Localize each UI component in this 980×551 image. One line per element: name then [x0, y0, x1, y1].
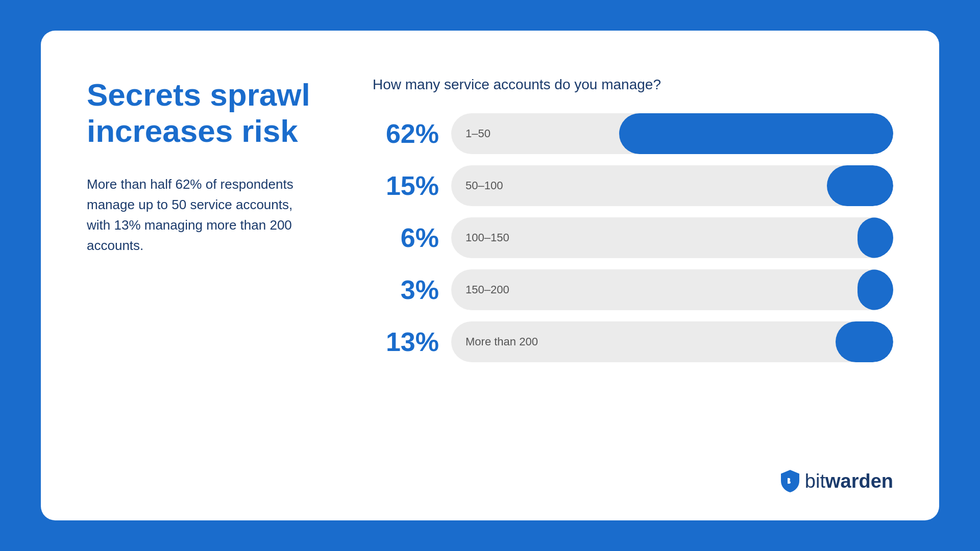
bar-label-2: 50–100 [465, 179, 503, 192]
bar-fill-4 [857, 269, 893, 310]
bar-container-2: 50–100 [451, 165, 893, 206]
bar-label-3: 100–150 [465, 231, 509, 244]
bar-container-3: 100–150 [451, 217, 893, 258]
bar-label-1: 1–50 [465, 127, 491, 140]
pct-label-3: 6% [373, 222, 439, 253]
bar-label-5: More than 200 [465, 335, 538, 348]
bitwarden-logo: bitwarden [780, 470, 893, 492]
pct-label-4: 3% [373, 274, 439, 305]
main-title: Secrets sprawl increases risk [87, 77, 332, 149]
main-card: Secrets sprawl increases risk More than … [41, 31, 939, 520]
description-text: More than half 62% of respondents manage… [87, 174, 301, 256]
chart-row-4: 3% 150–200 [373, 269, 893, 310]
right-panel: How many service accounts do you manage?… [332, 71, 893, 480]
bar-fill-5 [836, 321, 893, 362]
left-panel: Secrets sprawl increases risk More than … [87, 71, 332, 480]
pct-label-1: 62% [373, 118, 439, 149]
pct-label-5: 13% [373, 327, 439, 357]
chart-row-2: 15% 50–100 [373, 165, 893, 206]
chart-question: How many service accounts do you manage? [373, 77, 893, 93]
bar-fill-3 [857, 217, 893, 258]
bar-container-1: 1–50 [451, 113, 893, 154]
chart-row-5: 13% More than 200 [373, 321, 893, 362]
pct-label-2: 15% [373, 170, 439, 201]
bitwarden-shield-icon [780, 470, 800, 492]
chart-row-1: 62% 1–50 [373, 113, 893, 154]
bar-fill-2 [827, 165, 893, 206]
bar-container-4: 150–200 [451, 269, 893, 310]
chart-row-3: 6% 100–150 [373, 217, 893, 258]
chart-rows: 62% 1–50 15% 50–100 6% 100–150 [373, 113, 893, 480]
bar-fill-1 [619, 113, 893, 154]
bar-container-5: More than 200 [451, 321, 893, 362]
branding: bitwarden [780, 470, 893, 492]
bitwarden-name: bitwarden [805, 470, 893, 492]
bar-label-4: 150–200 [465, 283, 509, 296]
